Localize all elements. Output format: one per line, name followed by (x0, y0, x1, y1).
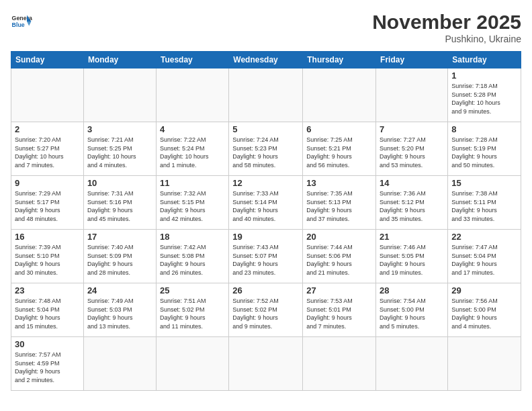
weekday-header-sunday: Sunday (11, 52, 84, 68)
calendar-cell: 6Sunrise: 7:25 AMSunset: 5:21 PMDaylight… (303, 122, 376, 176)
day-number: 10 (87, 178, 152, 188)
calendar-cell: 8Sunrise: 7:28 AMSunset: 5:19 PMDaylight… (448, 122, 521, 176)
day-number: 24 (87, 285, 152, 295)
day-number: 5 (232, 124, 299, 134)
calendar-cell: 25Sunrise: 7:51 AMSunset: 5:02 PMDayligh… (156, 283, 228, 337)
day-info: Sunrise: 7:51 AMSunset: 5:02 PMDaylight:… (160, 297, 225, 330)
day-number: 7 (380, 124, 444, 134)
day-number: 21 (380, 232, 444, 242)
calendar-cell: 29Sunrise: 7:56 AMSunset: 5:00 PMDayligh… (448, 283, 521, 337)
calendar-cell (376, 337, 448, 391)
day-number: 25 (160, 285, 225, 295)
day-info: Sunrise: 7:49 AMSunset: 5:03 PMDaylight:… (87, 297, 152, 330)
day-info: Sunrise: 7:27 AMSunset: 5:20 PMDaylight:… (380, 136, 444, 169)
day-info: Sunrise: 7:32 AMSunset: 5:15 PMDaylight:… (160, 189, 225, 223)
calendar-cell: 28Sunrise: 7:54 AMSunset: 5:00 PMDayligh… (376, 283, 448, 337)
day-info: Sunrise: 7:18 AMSunset: 5:28 PMDaylight:… (451, 82, 517, 116)
calendar-week-1: 1Sunrise: 7:18 AMSunset: 5:28 PMDaylight… (11, 68, 521, 122)
day-number: 13 (306, 178, 372, 188)
title-area: November 2025 Pushkino, Ukraine (372, 11, 521, 44)
weekday-header-tuesday: Tuesday (156, 52, 228, 68)
day-number: 28 (380, 285, 444, 295)
calendar-cell (156, 68, 228, 122)
day-number: 20 (306, 232, 372, 242)
day-number: 14 (380, 178, 444, 188)
calendar-week-5: 23Sunrise: 7:48 AMSunset: 5:04 PMDayligh… (11, 283, 521, 337)
logo-icon: General Blue (11, 11, 32, 32)
month-year-title: November 2025 (372, 11, 521, 34)
day-info: Sunrise: 7:57 AMSunset: 4:59 PMDaylight:… (15, 351, 80, 384)
day-info: Sunrise: 7:33 AMSunset: 5:14 PMDaylight:… (232, 189, 299, 223)
day-number: 9 (15, 178, 80, 188)
calendar-cell: 21Sunrise: 7:46 AMSunset: 5:05 PMDayligh… (376, 230, 448, 283)
day-number: 1 (451, 71, 517, 81)
calendar-cell: 24Sunrise: 7:49 AMSunset: 5:03 PMDayligh… (83, 283, 156, 337)
day-info: Sunrise: 7:21 AMSunset: 5:25 PMDaylight:… (87, 136, 152, 169)
calendar-cell: 1Sunrise: 7:18 AMSunset: 5:28 PMDaylight… (448, 68, 521, 122)
day-number: 8 (451, 124, 517, 134)
calendar-cell (303, 68, 376, 122)
calendar-cell: 20Sunrise: 7:44 AMSunset: 5:06 PMDayligh… (303, 230, 376, 283)
day-number: 12 (232, 178, 299, 188)
day-info: Sunrise: 7:22 AMSunset: 5:24 PMDaylight:… (160, 136, 225, 169)
calendar-week-4: 16Sunrise: 7:39 AMSunset: 5:10 PMDayligh… (11, 230, 521, 283)
calendar-cell: 2Sunrise: 7:20 AMSunset: 5:27 PMDaylight… (11, 122, 84, 176)
calendar-cell: 27Sunrise: 7:53 AMSunset: 5:01 PMDayligh… (303, 283, 376, 337)
day-number: 29 (451, 285, 517, 295)
calendar-cell: 12Sunrise: 7:33 AMSunset: 5:14 PMDayligh… (229, 176, 303, 230)
svg-marker-3 (27, 21, 31, 26)
day-number: 2 (15, 124, 80, 134)
day-info: Sunrise: 7:44 AMSunset: 5:06 PMDaylight:… (306, 243, 372, 277)
calendar-week-6: 30Sunrise: 7:57 AMSunset: 4:59 PMDayligh… (11, 337, 521, 391)
calendar-cell (83, 337, 156, 391)
weekday-header-thursday: Thursday (303, 52, 376, 68)
day-info: Sunrise: 7:43 AMSunset: 5:07 PMDaylight:… (232, 243, 299, 277)
weekday-header-friday: Friday (376, 52, 448, 68)
day-info: Sunrise: 7:47 AMSunset: 5:04 PMDaylight:… (451, 243, 517, 277)
weekday-header-wednesday: Wednesday (229, 52, 303, 68)
day-number: 11 (160, 178, 225, 188)
calendar-cell: 9Sunrise: 7:29 AMSunset: 5:17 PMDaylight… (11, 176, 84, 230)
calendar-cell: 5Sunrise: 7:24 AMSunset: 5:23 PMDaylight… (229, 122, 303, 176)
calendar-cell: 10Sunrise: 7:31 AMSunset: 5:16 PMDayligh… (83, 176, 156, 230)
day-info: Sunrise: 7:53 AMSunset: 5:01 PMDaylight:… (306, 297, 372, 330)
calendar-cell: 26Sunrise: 7:52 AMSunset: 5:02 PMDayligh… (229, 283, 303, 337)
logo: General Blue (11, 11, 32, 32)
day-number: 4 (160, 124, 225, 134)
day-info: Sunrise: 7:24 AMSunset: 5:23 PMDaylight:… (232, 136, 299, 169)
day-info: Sunrise: 7:40 AMSunset: 5:09 PMDaylight:… (87, 243, 152, 277)
day-info: Sunrise: 7:35 AMSunset: 5:13 PMDaylight:… (306, 189, 372, 223)
day-number: 18 (160, 232, 225, 242)
calendar-table: SundayMondayTuesdayWednesdayThursdayFrid… (11, 51, 521, 391)
weekday-header-row: SundayMondayTuesdayWednesdayThursdayFrid… (11, 52, 521, 68)
calendar-cell: 30Sunrise: 7:57 AMSunset: 4:59 PMDayligh… (11, 337, 84, 391)
header: General Blue November 2025 Pushkino, Ukr… (11, 11, 521, 44)
calendar-cell: 11Sunrise: 7:32 AMSunset: 5:15 PMDayligh… (156, 176, 228, 230)
day-number: 19 (232, 232, 299, 242)
day-info: Sunrise: 7:29 AMSunset: 5:17 PMDaylight:… (15, 189, 80, 223)
calendar-cell (229, 337, 303, 391)
day-number: 26 (232, 285, 299, 295)
calendar-cell: 14Sunrise: 7:36 AMSunset: 5:12 PMDayligh… (376, 176, 448, 230)
day-info: Sunrise: 7:38 AMSunset: 5:11 PMDaylight:… (451, 189, 517, 223)
day-info: Sunrise: 7:31 AMSunset: 5:16 PMDaylight:… (87, 189, 152, 223)
calendar-cell (448, 337, 521, 391)
calendar-week-3: 9Sunrise: 7:29 AMSunset: 5:17 PMDaylight… (11, 176, 521, 230)
day-number: 17 (87, 232, 152, 242)
calendar-week-2: 2Sunrise: 7:20 AMSunset: 5:27 PMDaylight… (11, 122, 521, 176)
calendar-cell: 3Sunrise: 7:21 AMSunset: 5:25 PMDaylight… (83, 122, 156, 176)
calendar-cell: 7Sunrise: 7:27 AMSunset: 5:20 PMDaylight… (376, 122, 448, 176)
calendar-cell: 4Sunrise: 7:22 AMSunset: 5:24 PMDaylight… (156, 122, 228, 176)
weekday-header-monday: Monday (83, 52, 156, 68)
calendar-cell: 22Sunrise: 7:47 AMSunset: 5:04 PMDayligh… (448, 230, 521, 283)
day-number: 3 (87, 124, 152, 134)
day-info: Sunrise: 7:46 AMSunset: 5:05 PMDaylight:… (380, 243, 444, 277)
calendar-cell: 19Sunrise: 7:43 AMSunset: 5:07 PMDayligh… (229, 230, 303, 283)
calendar-cell: 18Sunrise: 7:42 AMSunset: 5:08 PMDayligh… (156, 230, 228, 283)
day-info: Sunrise: 7:56 AMSunset: 5:00 PMDaylight:… (451, 297, 517, 330)
day-number: 6 (306, 124, 372, 134)
day-number: 22 (451, 232, 517, 242)
calendar-cell: 15Sunrise: 7:38 AMSunset: 5:11 PMDayligh… (448, 176, 521, 230)
day-number: 23 (15, 285, 80, 295)
day-info: Sunrise: 7:20 AMSunset: 5:27 PMDaylight:… (15, 136, 80, 169)
